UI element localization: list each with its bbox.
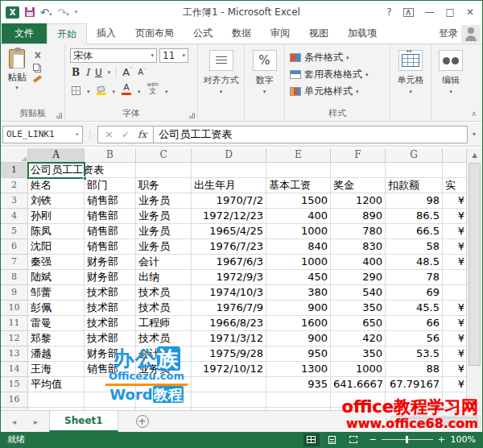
cell-E9[interactable]: 380 <box>266 285 331 301</box>
cell-A6[interactable]: 沈阳 <box>28 239 85 255</box>
row-header-4[interactable]: 4 <box>1 209 28 224</box>
zoom-slider-thumb[interactable] <box>406 436 408 443</box>
cell-B2[interactable]: 部门 <box>85 178 136 193</box>
cell-A16[interactable] <box>28 392 85 408</box>
prev-sheet-icon[interactable]: ◂ <box>12 417 16 426</box>
tab-formulas[interactable]: 公式 <box>184 23 222 44</box>
tab-addins[interactable]: 加载项 <box>338 23 386 44</box>
cell-E10[interactable]: 900 <box>266 301 331 316</box>
cell-A14[interactable]: 王海 <box>28 362 85 377</box>
cell-E16[interactable] <box>266 392 331 408</box>
row-header-7[interactable]: 7 <box>1 255 28 270</box>
cell-A9[interactable]: 邹蕾 <box>28 285 85 301</box>
cell-C3[interactable]: 业务员 <box>136 193 192 209</box>
scroll-up-icon[interactable]: ▲ <box>467 148 482 162</box>
cell-A10[interactable]: 彭佩 <box>28 301 85 316</box>
expand-formula-bar-icon[interactable]: ▾ <box>468 131 481 138</box>
col-header-A[interactable]: A <box>28 148 85 163</box>
cell-H7[interactable]: ¥ <box>443 255 468 270</box>
cell-F7[interactable]: 400 <box>331 255 386 270</box>
phonetic-guide-icon[interactable]: wén文 <box>147 82 159 95</box>
col-header-E[interactable]: E <box>266 148 331 163</box>
borders-icon[interactable] <box>72 86 80 95</box>
row-header-1[interactable]: 1 <box>1 163 28 178</box>
sign-in-label[interactable]: 登录 <box>439 27 458 40</box>
normal-view-button[interactable] <box>303 433 320 446</box>
fill-color-icon[interactable] <box>97 86 106 95</box>
vertical-scroll-thumb[interactable] <box>469 163 481 366</box>
row-header-6[interactable]: 6 <box>1 239 28 255</box>
font-color-icon[interactable]: A <box>122 83 131 95</box>
font-name-combo[interactable]: 宋体▾ <box>70 48 157 63</box>
format-as-table-button[interactable]: 套用表格格式▾ <box>290 66 390 83</box>
cell-E12[interactable]: 900 <box>266 331 331 346</box>
row-header-16[interactable]: 16 <box>1 392 28 408</box>
cut-icon[interactable] <box>33 51 43 60</box>
cell-H12[interactable]: ¥ <box>443 331 468 346</box>
cell-D12[interactable]: 1971/3/12 <box>192 331 266 346</box>
cell-B10[interactable]: 技术部 <box>85 301 136 316</box>
user-avatar[interactable] <box>461 25 481 43</box>
cell-G12[interactable]: 56 <box>386 331 443 346</box>
cell-E11[interactable]: 1600 <box>266 316 331 331</box>
cell-B7[interactable]: 财务部 <box>85 255 136 270</box>
row-header-12[interactable]: 12 <box>1 331 28 346</box>
cell-D11[interactable]: 1966/8/23 <box>192 316 266 331</box>
cell-D14[interactable]: 1972/10/12 <box>192 362 266 377</box>
cell-F6[interactable]: 830 <box>331 239 386 255</box>
cell-C1[interactable] <box>136 163 192 178</box>
cell-B8[interactable]: 财务部 <box>85 270 136 285</box>
cell-B3[interactable]: 销售部 <box>85 193 136 209</box>
cell-B5[interactable]: 销售部 <box>85 224 136 239</box>
cell-C12[interactable]: 技术员 <box>136 331 192 346</box>
cell-G7[interactable]: 48.5 <box>386 255 443 270</box>
tab-page-layout[interactable]: 页面布局 <box>126 23 184 44</box>
cell-B6[interactable]: 销售部 <box>85 239 136 255</box>
cell-G3[interactable]: 98 <box>386 193 443 209</box>
cell-D15[interactable] <box>192 377 266 392</box>
cell-H6[interactable]: ¥ <box>443 239 468 255</box>
cell-A11[interactable]: 雷曼 <box>28 316 85 331</box>
cell-D7[interactable]: 1967/6/3 <box>192 255 266 270</box>
cell-C5[interactable]: 业务员 <box>136 224 192 239</box>
cell-F3[interactable]: 1200 <box>331 193 386 209</box>
col-header-D[interactable]: D <box>192 148 266 163</box>
cell-C6[interactable]: 业务员 <box>136 239 192 255</box>
cell-E4[interactable]: 400 <box>266 209 331 224</box>
cell-H15[interactable]: ¥ <box>443 377 468 392</box>
cell-D2[interactable]: 出生年月 <box>192 178 266 193</box>
underline-button[interactable]: U <box>95 67 102 78</box>
page-layout-view-button[interactable] <box>324 433 341 446</box>
cell-F2[interactable]: 奖金 <box>331 178 386 193</box>
row-header-9[interactable]: 9 <box>1 285 28 301</box>
cell-F11[interactable]: 650 <box>331 316 386 331</box>
cell-E1[interactable] <box>266 163 331 178</box>
row-header-10[interactable]: 10 <box>1 301 28 316</box>
cell-D10[interactable]: 1976/7/9 <box>192 301 266 316</box>
tab-insert[interactable]: 插入 <box>87 23 126 44</box>
cell-A1[interactable]: 公司员工工资表 <box>28 163 85 178</box>
formula-bar-splitter[interactable]: ⋮ <box>83 130 97 139</box>
cell-B9[interactable]: 技术部 <box>85 285 136 301</box>
cell-E7[interactable]: 1000 <box>266 255 331 270</box>
tab-data[interactable]: 数据 <box>222 23 261 44</box>
cell-A8[interactable]: 陆斌 <box>28 270 85 285</box>
tab-view[interactable]: 视图 <box>299 23 338 44</box>
sheet-tab-sheet1[interactable]: Sheet1 <box>49 411 118 432</box>
cell-G14[interactable]: 88 <box>386 362 443 377</box>
cell-G11[interactable]: 66 <box>386 316 443 331</box>
row-header-15[interactable]: 15 <box>1 377 28 392</box>
cell-G15[interactable]: 67.79167 <box>386 377 443 392</box>
cell-H4[interactable]: ¥ <box>443 209 468 224</box>
format-painter-icon[interactable] <box>33 75 42 83</box>
cell-F12[interactable]: 420 <box>331 331 386 346</box>
zoom-slider[interactable] <box>382 439 433 440</box>
cell-C7[interactable]: 会计 <box>136 255 192 270</box>
cell-D5[interactable]: 1965/4/25 <box>192 224 266 239</box>
tab-review[interactable]: 审阅 <box>261 23 299 44</box>
select-all-corner[interactable] <box>1 148 28 163</box>
zoom-in-icon[interactable]: + <box>438 434 445 445</box>
cell-F15[interactable]: 641.6667 <box>331 377 386 392</box>
row-header-14[interactable]: 14 <box>1 362 28 377</box>
row-header-5[interactable]: 5 <box>1 224 28 239</box>
